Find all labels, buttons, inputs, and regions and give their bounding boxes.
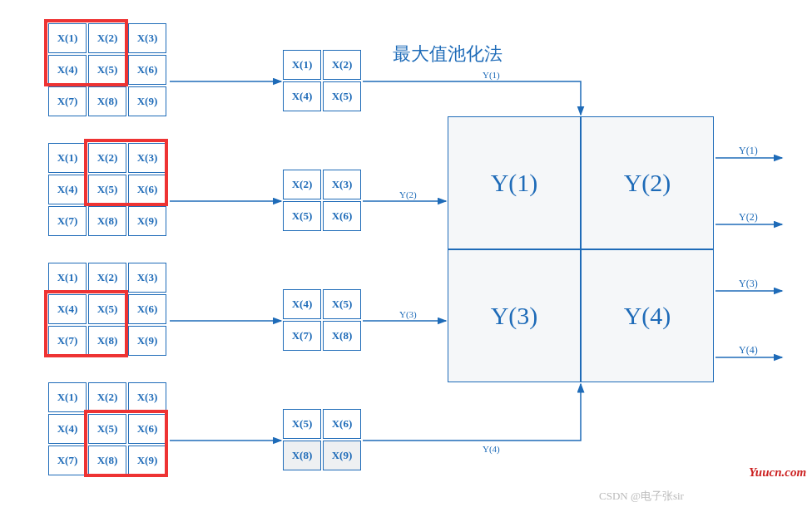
output-label-3: Y(3) bbox=[739, 278, 758, 290]
input-grid-3: X(1)X(2)X(3)X(4)X(5)X(6)X(7)X(8)X(9) bbox=[48, 263, 166, 356]
input-cell: X(4) bbox=[48, 414, 87, 444]
window-cell: X(6) bbox=[323, 409, 361, 439]
input-cell: X(1) bbox=[48, 382, 87, 412]
output-cell: Y(2) bbox=[581, 116, 714, 249]
output-grid: Y(1)Y(2)Y(3)Y(4) bbox=[448, 116, 714, 382]
input-cell: X(5) bbox=[88, 294, 126, 324]
input-cell: X(9) bbox=[128, 206, 166, 236]
input-cell: X(3) bbox=[128, 263, 166, 293]
output-cell: Y(3) bbox=[448, 249, 581, 382]
input-cell: X(2) bbox=[88, 382, 126, 412]
input-cell: X(4) bbox=[48, 294, 87, 324]
window-cell: X(4) bbox=[283, 289, 321, 319]
input-cell: X(5) bbox=[88, 175, 126, 204]
input-cell: X(1) bbox=[48, 23, 87, 53]
window-cell: X(4) bbox=[283, 81, 321, 111]
output-cell: Y(1) bbox=[448, 116, 581, 249]
arrow-label-2: Y(2) bbox=[399, 190, 417, 199]
window-cell: X(2) bbox=[323, 50, 361, 80]
window-cell: X(9) bbox=[323, 441, 361, 470]
window-cell: X(7) bbox=[283, 321, 321, 351]
output-label-1: Y(1) bbox=[739, 145, 758, 157]
arrow-label-4: Y(4) bbox=[483, 444, 500, 454]
window-cell: X(2) bbox=[283, 170, 321, 199]
input-cell: X(6) bbox=[128, 294, 166, 324]
input-cell: X(9) bbox=[128, 326, 166, 356]
arrow-label-1: Y(1) bbox=[483, 70, 500, 80]
input-cell: X(5) bbox=[88, 55, 126, 85]
window-cell: X(8) bbox=[283, 441, 321, 470]
input-cell: X(5) bbox=[88, 414, 126, 444]
window-grid-4: X(5)X(6)X(8)X(9) bbox=[283, 409, 361, 470]
input-grid-1: X(1)X(2)X(3)X(4)X(5)X(6)X(7)X(8)X(9) bbox=[48, 23, 166, 116]
window-cell: X(5) bbox=[323, 81, 361, 111]
input-cell: X(7) bbox=[48, 326, 87, 356]
input-cell: X(7) bbox=[48, 446, 87, 475]
input-cell: X(6) bbox=[128, 175, 166, 204]
input-cell: X(3) bbox=[128, 23, 166, 53]
input-cell: X(6) bbox=[128, 414, 166, 444]
input-cell: X(8) bbox=[88, 206, 126, 236]
diagram-container: 最大值池化法 X(1)X(2)X(3)X(4)X(5)X(6)X(7)X(8)X… bbox=[17, 17, 795, 495]
input-cell: X(7) bbox=[48, 206, 87, 236]
window-grid-3: X(4)X(5)X(7)X(8) bbox=[283, 289, 361, 351]
input-cell: X(8) bbox=[88, 446, 126, 475]
arrow-label-3: Y(3) bbox=[399, 309, 417, 319]
input-cell: X(2) bbox=[88, 263, 126, 293]
output-label-4: Y(4) bbox=[739, 344, 758, 357]
output-cell: Y(4) bbox=[581, 249, 714, 382]
window-grid-1: X(1)X(2)X(4)X(5) bbox=[283, 50, 361, 111]
output-label-2: Y(2) bbox=[739, 211, 758, 224]
input-cell: X(1) bbox=[48, 143, 87, 173]
window-cell: X(8) bbox=[323, 321, 361, 351]
window-cell: X(5) bbox=[283, 409, 321, 439]
input-cell: X(1) bbox=[48, 263, 87, 293]
window-cell: X(3) bbox=[323, 170, 361, 199]
input-cell: X(9) bbox=[128, 446, 166, 475]
input-cell: X(2) bbox=[88, 23, 126, 53]
window-cell: X(1) bbox=[283, 50, 321, 80]
input-cell: X(2) bbox=[88, 143, 126, 173]
input-grid-2: X(1)X(2)X(3)X(4)X(5)X(6)X(7)X(8)X(9) bbox=[48, 143, 166, 236]
input-grid-4: X(1)X(2)X(3)X(4)X(5)X(6)X(7)X(8)X(9) bbox=[48, 382, 166, 475]
input-cell: X(3) bbox=[128, 143, 166, 173]
input-cell: X(7) bbox=[48, 86, 87, 116]
input-cell: X(6) bbox=[128, 55, 166, 85]
window-cell: X(5) bbox=[323, 289, 361, 319]
window-cell: X(6) bbox=[323, 201, 361, 231]
input-cell: X(9) bbox=[128, 86, 166, 116]
input-cell: X(8) bbox=[88, 326, 126, 356]
watermark-text: CSDN @电子张sir bbox=[599, 489, 684, 504]
window-grid-2: X(2)X(3)X(5)X(6) bbox=[283, 170, 361, 231]
brand-text: Yuucn.com bbox=[749, 465, 806, 480]
window-cell: X(5) bbox=[283, 201, 321, 231]
input-cell: X(4) bbox=[48, 55, 87, 85]
input-cell: X(8) bbox=[88, 86, 126, 116]
input-cell: X(4) bbox=[48, 175, 87, 204]
diagram-title: 最大值池化法 bbox=[393, 42, 503, 66]
input-cell: X(3) bbox=[128, 382, 166, 412]
